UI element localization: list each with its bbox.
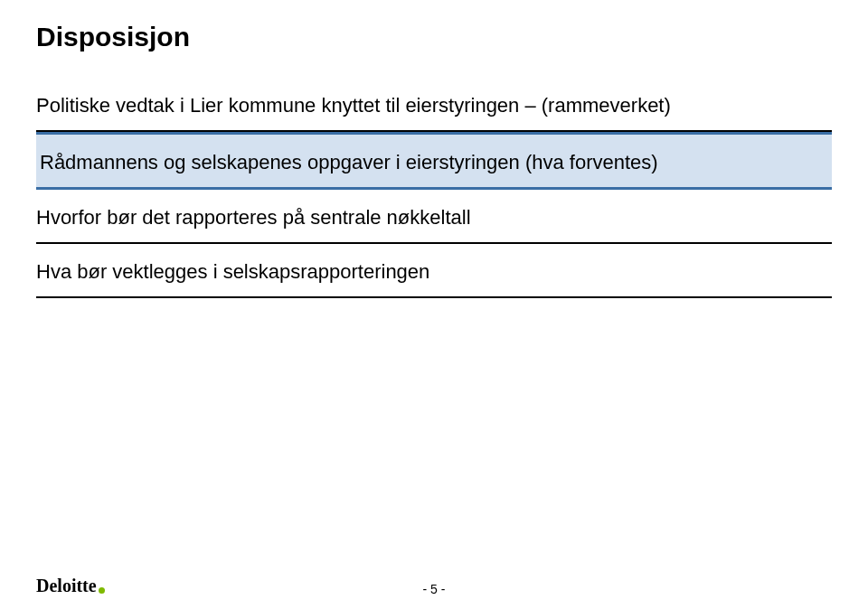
- page-number: - 5 -: [36, 582, 832, 596]
- slide-footer: Deloitte - 5 -: [36, 573, 832, 596]
- agenda-item-2-highlighted: Rådmannens og selskapenes oppgaver i eie…: [36, 132, 832, 190]
- agenda-item-4: Hva bør vektlegges i selskapsrapporterin…: [36, 244, 832, 298]
- slide-page: Disposisjon Politiske vedtak i Lier komm…: [0, 0, 868, 609]
- agenda-item-1: Politiske vedtak i Lier kommune knyttet …: [36, 78, 832, 132]
- slide-title: Disposisjon: [36, 22, 832, 52]
- agenda-item-3: Hvorfor bør det rapporteres på sentrale …: [36, 190, 832, 244]
